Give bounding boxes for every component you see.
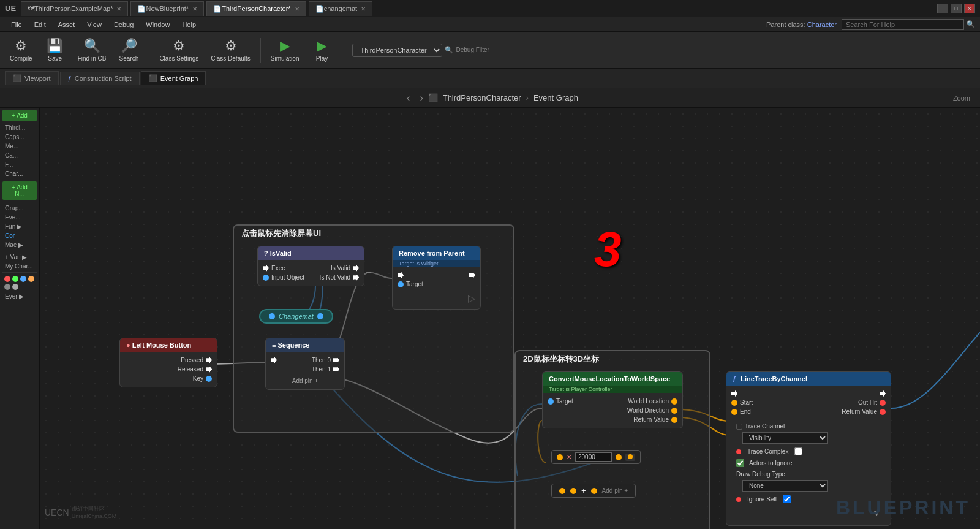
find-in-cb-button[interactable]: 🔍 Find in CB (73, 36, 111, 64)
val-extra-out-pin[interactable] (628, 454, 633, 459)
pin-isnotvalid-pin[interactable] (353, 275, 359, 281)
menu-help[interactable]: Help (176, 20, 202, 29)
tab-thirdpersonmap[interactable]: 🗺 ThirdPersonExampleMap* ✕ (21, 1, 128, 16)
pin-key-out[interactable] (206, 376, 212, 382)
pin-isvalid-out-pin[interactable] (353, 265, 359, 272)
add-pin-node[interactable]: + Add pin + (551, 484, 636, 498)
pin-target-rfp-pin[interactable] (398, 281, 404, 287)
search-help-icon[interactable]: 🔍 (967, 20, 975, 28)
tab-close[interactable]: ✕ (361, 6, 366, 12)
debug-filter-select[interactable]: ThirdPersonCharacter (352, 44, 442, 57)
ignore-self-checkbox[interactable] (783, 495, 791, 503)
sidebar-thirdl[interactable]: Thirdl... (2, 123, 37, 132)
class-settings-button[interactable]: ⚙ Class Settings (154, 36, 203, 64)
save-button[interactable]: 💾 Save (40, 36, 70, 64)
color-dot-green[interactable] (12, 276, 18, 282)
maximize-button[interactable]: □ (951, 4, 962, 13)
trace-complex-checkbox[interactable] (794, 447, 802, 455)
class-defaults-button[interactable]: ⚙ Class Defaults (206, 36, 255, 64)
tab-close[interactable]: ✕ (116, 6, 121, 12)
event-graph-tab[interactable]: ⬛ Event Graph (141, 71, 206, 85)
pin-exec-in-pin[interactable] (263, 265, 269, 272)
menu-file[interactable]: File (5, 20, 28, 29)
menu-edit[interactable]: Edit (28, 20, 52, 29)
draw-debug-select[interactable]: None (742, 480, 828, 492)
pin-seq-in-pin[interactable] (271, 357, 277, 363)
pin-worlddir-pin[interactable] (671, 408, 677, 414)
addpin-in2[interactable] (570, 488, 576, 494)
simulation-button[interactable]: ▶ Simulation (266, 36, 304, 64)
pin-exec-rfp-in-pin[interactable] (398, 272, 404, 278)
close-button[interactable]: ✕ (964, 4, 975, 13)
sidebar-ever[interactable]: Ever ▶ (2, 292, 37, 301)
node-removefromparent[interactable]: Remove from Parent Target is Widget Targ… (392, 246, 481, 310)
val-20000-out-pin[interactable] (616, 454, 622, 460)
sidebar-mychar[interactable]: My Char... (2, 262, 37, 271)
pin-released-out[interactable] (206, 367, 212, 373)
trace-channel-select[interactable]: Visibility (742, 432, 828, 444)
actors-ignore-checkbox[interactable] (736, 459, 744, 467)
pin-end-pin[interactable] (731, 409, 737, 415)
tab-close[interactable]: ✕ (192, 6, 197, 12)
node-isvalid[interactable]: ? IsValid Exec Is Valid Input Object (257, 246, 364, 286)
nav-forward[interactable]: › (415, 93, 428, 104)
pin-lt-exec-in-pin[interactable] (731, 390, 737, 397)
pin-exec-rfp-out-pin[interactable] (469, 272, 475, 278)
node-left-mouse-button[interactable]: ● Left Mouse Button Pressed Released Key (119, 338, 217, 387)
addpin-text[interactable]: Add pin + (602, 487, 628, 494)
color-dot-gray[interactable] (4, 284, 10, 290)
viewport-tab[interactable]: ⬛ Viewport (5, 71, 59, 85)
blueprint-canvas[interactable]: 点击鼠标先清除屏幕UI 2D鼠标坐标转3D坐标 3 ● Left Mouse B… (40, 108, 980, 529)
compile-button[interactable]: ⚙ Compile (5, 36, 37, 64)
sidebar-fun[interactable]: Fun ▶ (2, 222, 37, 231)
tab-thirdpersoncharacter[interactable]: 📄 ThirdPersonCharacter* ✕ (206, 1, 306, 16)
menu-view[interactable]: View (81, 20, 108, 29)
pin-returnval-convert-pin[interactable] (671, 417, 677, 423)
pin-then0-pin[interactable] (333, 357, 339, 363)
search-button[interactable]: 🔎 Search (113, 36, 144, 64)
val-20000-input[interactable] (575, 452, 612, 462)
node-convertmouse[interactable]: ConvertMouseLocationToWorldSpace Target … (542, 371, 683, 428)
value-node-20000[interactable]: ✕ (551, 450, 641, 464)
seq-addpin[interactable]: Add pin + (268, 376, 342, 386)
changemat-out-pin[interactable] (317, 313, 323, 319)
construction-script-tab[interactable]: ƒ Construction Script (60, 72, 140, 85)
node-sequence[interactable]: ≡ Sequence Then 0 Then 1 Add pin + (265, 338, 345, 390)
sidebar-char[interactable]: Char... (2, 169, 37, 178)
debug-filter-search-icon[interactable]: 🔍 (445, 46, 453, 54)
pin-start-pin[interactable] (731, 400, 737, 406)
pin-inputobj-pin[interactable] (263, 275, 269, 281)
variable-changemat[interactable]: Changemat (259, 309, 333, 324)
tab-close[interactable]: ✕ (295, 6, 300, 12)
add-new-button[interactable]: + Add N... (2, 181, 37, 200)
sidebar-ca[interactable]: Ca... (2, 151, 37, 160)
menu-window[interactable]: Window (140, 20, 176, 29)
search-help-input[interactable] (842, 19, 964, 30)
pin-target-convert-pin[interactable] (548, 398, 554, 405)
color-dot-light[interactable] (12, 284, 18, 290)
pin-then1-pin[interactable] (333, 367, 339, 373)
play-button[interactable]: ▶ Play (306, 36, 337, 64)
val-20000-in-pin[interactable] (557, 454, 563, 460)
sidebar-caps[interactable]: Caps... (2, 132, 37, 142)
menu-debug[interactable]: Debug (108, 20, 140, 29)
sidebar-eve[interactable]: Eve... (2, 213, 37, 222)
sidebar-grap[interactable]: Grap... (2, 204, 37, 213)
addpin-out[interactable] (591, 488, 597, 494)
sidebar-cor[interactable]: Cor (2, 231, 37, 240)
tab-changemat[interactable]: 📄 changemat ✕ (309, 1, 372, 16)
sidebar-mac[interactable]: Mac ▶ (2, 240, 37, 249)
color-dot-red[interactable] (4, 276, 10, 282)
minimize-button[interactable]: — (937, 4, 948, 13)
parent-class-link[interactable]: Character (807, 21, 837, 28)
tab-newblueprint[interactable]: 📄 NewBlueprint* ✕ (130, 1, 204, 16)
sidebar-me[interactable]: Me... (2, 142, 37, 151)
pin-pressed-out[interactable] (206, 357, 212, 363)
nav-back[interactable]: ‹ (402, 93, 415, 104)
add-button[interactable]: + Add (2, 110, 37, 121)
changemat-pin[interactable] (269, 313, 275, 319)
pin-outhit-pin[interactable] (880, 400, 886, 406)
pin-lt-exec-out-pin[interactable] (880, 390, 886, 397)
addpin-in1[interactable] (559, 488, 565, 494)
sidebar-f[interactable]: F... (2, 160, 37, 169)
